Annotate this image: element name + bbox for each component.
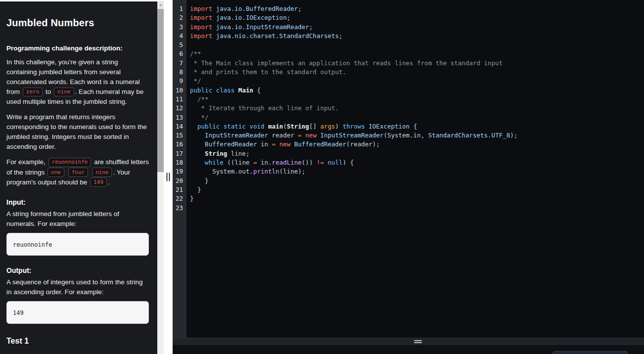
test-heading: Test 1 (6, 337, 149, 346)
inline-code-chip: one (47, 168, 64, 177)
code-line[interactable]: */ (190, 113, 644, 122)
challenge-title: Jumbled Numbers (6, 17, 149, 29)
code-line[interactable]: public static void main(String[] args) t… (190, 122, 644, 131)
inline-code-chip: reuonnoinfe (48, 158, 92, 167)
description-paragraph: Write a program that returns integers co… (6, 112, 149, 152)
code-line[interactable]: import java.io.BufferedReader; (190, 4, 644, 13)
code-line[interactable]: public class Main { (190, 86, 644, 95)
line-number: 21 (173, 185, 186, 194)
code-line[interactable]: import java.nio.charset.StandardCharsets… (190, 32, 644, 41)
editor-pane: 1234567891011121314151617181920212223 im… (173, 0, 644, 354)
line-number: 23 (173, 204, 186, 213)
input-description: A string formed from jumbled letters of … (6, 209, 149, 229)
challenge-panel: Jumbled Numbers Programming challenge de… (0, 0, 164, 354)
input-heading: Input: (6, 198, 149, 206)
code-line[interactable]: */ (190, 77, 644, 86)
line-number: 2 (173, 13, 186, 22)
description-heading: Programming challenge description: (6, 44, 149, 52)
line-number: 6 (173, 49, 186, 58)
output-description: A sequence of integers used to form the … (6, 277, 149, 297)
scrollbar-up-arrow-icon[interactable]: ▲ (157, 1, 164, 8)
line-number: 13 (173, 113, 186, 122)
line-number: 17 (173, 149, 186, 158)
line-number: 4 (173, 32, 186, 41)
line-number: 11 (173, 95, 186, 104)
input-example-box: reuonnoinfe (6, 233, 149, 256)
code-line[interactable]: while ((line = in.readLine()) != null) { (190, 158, 644, 167)
code-editor[interactable]: 1234567891011121314151617181920212223 im… (173, 0, 644, 338)
code-line[interactable]: * Iterate through each line of input. (190, 104, 644, 113)
editor-gutter: 1234567891011121314151617181920212223 (173, 0, 186, 338)
input-example-value: reuonnoinfe (13, 241, 52, 248)
line-number: 7 (173, 59, 186, 68)
line-number: 12 (173, 104, 186, 113)
inline-code-chip: nine (54, 88, 74, 97)
code-area[interactable]: import java.io.BufferedReader;import jav… (186, 0, 644, 338)
code-line[interactable]: System.out.println(line); (190, 167, 644, 176)
code-line[interactable]: /** (190, 49, 644, 58)
line-number: 15 (173, 131, 186, 140)
code-line[interactable]: } (190, 194, 644, 203)
console-area (173, 345, 644, 354)
line-number: 3 (173, 23, 186, 32)
line-number: 9 (173, 77, 186, 86)
left-panel-scrollbar[interactable]: ▲ (157, 1, 164, 354)
code-line[interactable]: } (190, 177, 644, 185)
description-paragraph: In this challenge, you're given a string… (6, 57, 149, 107)
editor-console-splitter[interactable] (173, 338, 644, 345)
code-line[interactable] (190, 204, 644, 213)
line-number: 18 (173, 158, 186, 167)
code-line[interactable] (190, 41, 644, 49)
output-heading: Output: (6, 266, 149, 274)
code-line[interactable]: String line; (190, 149, 644, 158)
panel-splitter[interactable] (164, 0, 173, 354)
inline-code-chip: four (68, 168, 89, 177)
output-example-box: 149 (6, 301, 149, 324)
output-example-value: 149 (13, 310, 24, 316)
description-paragraph: For example, reuonnoinfe are shuffled le… (6, 157, 149, 187)
code-line[interactable]: import java.io.IOException; (190, 13, 644, 22)
bottom-action-button[interactable] (552, 351, 628, 354)
scrollbar-thumb[interactable] (157, 9, 164, 172)
line-number: 20 (173, 177, 186, 185)
line-number: 22 (173, 194, 186, 203)
code-line[interactable]: * The Main class implements an applicati… (190, 59, 644, 68)
code-line[interactable]: * and prints them to the standard output… (190, 68, 644, 77)
vertical-resize-handle-icon[interactable] (167, 173, 170, 181)
code-line[interactable]: import java.io.InputStreamReader; (190, 23, 644, 32)
code-line[interactable]: } (190, 185, 644, 194)
inline-code-chip: nine (92, 168, 112, 177)
line-number: 10 (173, 86, 186, 95)
app-window: Jumbled Numbers Programming challenge de… (0, 0, 644, 354)
horizontal-resize-handle-icon[interactable] (414, 340, 422, 343)
line-number: 5 (173, 41, 186, 49)
line-number: 19 (173, 167, 186, 176)
inline-code-chip: zero (23, 88, 43, 97)
code-line[interactable]: /** (190, 95, 644, 104)
inline-code-chip: 149 (90, 177, 107, 187)
code-line[interactable]: InputStreamReader reader = new InputStre… (190, 131, 644, 140)
line-number: 14 (173, 122, 186, 131)
line-number: 8 (173, 68, 186, 77)
description-paragraphs: In this challenge, you're given a string… (6, 57, 149, 187)
code-line[interactable]: BufferedReader in = new BufferedReader(r… (190, 140, 644, 149)
line-number: 1 (173, 4, 186, 13)
line-number: 16 (173, 140, 186, 149)
challenge-content: Jumbled Numbers Programming challenge de… (0, 1, 157, 354)
